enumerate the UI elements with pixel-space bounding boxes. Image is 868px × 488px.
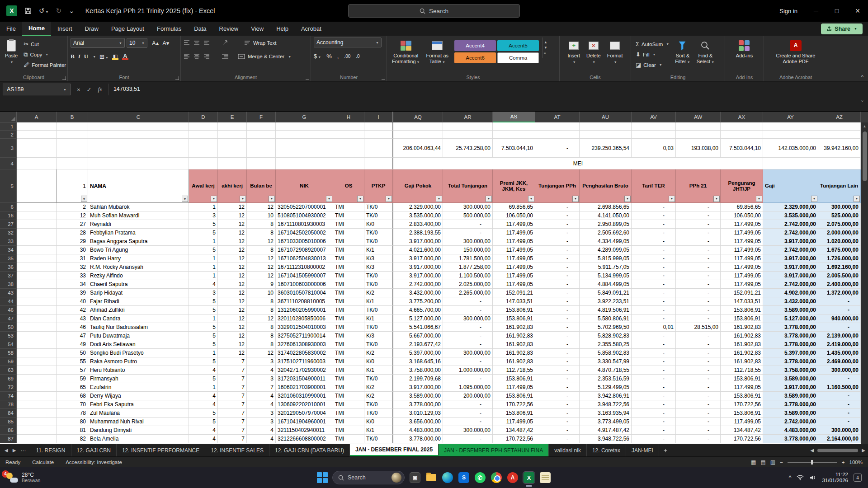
cell-value[interactable]: 153.806,91	[493, 375, 535, 383]
cell-value[interactable]: 1.372.000,00	[818, 289, 861, 297]
cell-nik[interactable]: 5108051004930002	[276, 211, 333, 220]
header-ay[interactable]: Gaji▼	[763, 169, 818, 203]
undo-button[interactable]: ↺▼	[39, 7, 49, 15]
cell-nama[interactable]: Putu Duwatmaja	[88, 332, 189, 340]
taskbar-search[interactable]: Search	[332, 471, 405, 484]
cell[interactable]: 5	[189, 246, 218, 254]
cell-value[interactable]: 1.877.258,00	[443, 263, 493, 272]
cell[interactable]: 4	[189, 400, 218, 409]
cell-b[interactable]: 50	[57, 349, 88, 357]
filter-dropdown-icon[interactable]: ▼	[572, 196, 579, 202]
row-header-50[interactable]: 50	[0, 323, 17, 332]
cell-nik[interactable]: 3329012504010003	[276, 323, 333, 332]
cell-ptkp[interactable]: TK/0	[364, 375, 393, 383]
cell-ptkp[interactable]: K/3	[364, 254, 393, 263]
cell-value[interactable]: 1.000.000,00	[443, 366, 493, 375]
cell-value[interactable]: -	[535, 246, 580, 254]
row-header-1[interactable]: 1	[0, 122, 17, 131]
cell[interactable]	[17, 409, 57, 418]
cell[interactable]	[333, 122, 364, 131]
cell[interactable]: 7	[218, 366, 247, 375]
status-accessibility[interactable]: Accessibility: Investigate	[66, 460, 122, 465]
cell-value[interactable]: -	[818, 306, 861, 314]
cell[interactable]	[17, 426, 57, 435]
cell-ptkp[interactable]: TK/0	[364, 237, 393, 246]
cell-value[interactable]: -	[535, 400, 580, 409]
col-header-AS[interactable]: AS	[493, 112, 535, 122]
cell-value[interactable]: -	[676, 340, 721, 349]
cell-nama[interactable]: Derry Wijaya	[88, 392, 189, 400]
cell-ptkp[interactable]: K/1	[364, 297, 393, 306]
cell-value[interactable]: -	[632, 263, 676, 272]
cell-value[interactable]: 2.400.000,00	[818, 280, 861, 289]
cell[interactable]	[493, 131, 535, 139]
cell[interactable]: 3	[247, 357, 276, 366]
cell-b[interactable]: 32	[57, 263, 88, 272]
cell[interactable]: 8	[247, 323, 276, 332]
vertical-scroll-thumb[interactable]	[863, 131, 867, 181]
cell-value[interactable]: 4.902.000,00	[763, 289, 818, 297]
close-button[interactable]: ✕	[847, 0, 868, 22]
sheet-tab-12-gaji-cbn[interactable]: 12. GAJI CBN	[71, 444, 117, 456]
cell-value[interactable]: -	[443, 323, 493, 332]
new-sheet-button[interactable]: +	[659, 444, 672, 456]
cell-nik[interactable]: 1312060205990001	[276, 306, 333, 314]
cell-value[interactable]: 2.265.000,00	[443, 289, 493, 297]
cell-value[interactable]: 3.010.129,03	[393, 409, 443, 418]
cell-value[interactable]: 3.778.000,00	[763, 340, 818, 349]
cell[interactable]	[276, 131, 333, 139]
cell-nama[interactable]: Raka Asmoro Putro	[88, 357, 189, 366]
cell[interactable]	[676, 122, 721, 131]
cell-value[interactable]: -	[535, 306, 580, 314]
row-header-37[interactable]: 37	[0, 272, 17, 280]
col-header-C[interactable]: C	[88, 112, 189, 122]
cell[interactable]	[17, 254, 57, 263]
cell-nik[interactable]: 3211150402940011	[276, 426, 333, 435]
cell[interactable]	[17, 131, 57, 139]
cell-value[interactable]: 1.726.000,00	[818, 254, 861, 263]
cell-nik[interactable]: 3212266608800002	[276, 435, 333, 443]
cell[interactable]	[88, 158, 189, 169]
cell-os[interactable]: TMI	[333, 314, 364, 323]
cell[interactable]	[763, 158, 818, 169]
cell-value[interactable]: 3.330.547,99	[580, 357, 632, 366]
cell-value[interactable]: -	[676, 349, 721, 357]
cell-value[interactable]: 3.917.000,00	[393, 254, 443, 263]
network-icon[interactable]	[797, 475, 804, 480]
cell-value[interactable]: -	[676, 332, 721, 340]
cell[interactable]	[580, 131, 632, 139]
cell[interactable]: 3	[189, 289, 218, 297]
whatsapp-icon[interactable]: ✆	[474, 472, 486, 483]
name-box[interactable]: AS159▼	[3, 84, 71, 95]
cell-nik[interactable]: 3205052207000001	[276, 203, 333, 211]
row-header-54[interactable]: 54	[0, 340, 17, 349]
col-header-AY[interactable]: AY	[763, 112, 818, 122]
cell-value[interactable]: 300.000,00	[818, 203, 861, 211]
cell-value[interactable]: -	[443, 340, 493, 349]
header-f[interactable]: Bulan be▼	[247, 169, 276, 203]
row-header-35[interactable]: 35	[0, 254, 17, 263]
cell-value[interactable]: 161.902,83	[721, 340, 763, 349]
cell-value[interactable]: -	[632, 375, 676, 383]
cell[interactable]	[17, 203, 57, 211]
cell[interactable]	[364, 139, 393, 158]
file-explorer-icon[interactable]	[425, 472, 437, 483]
cell-value[interactable]: 3.778.000,00	[763, 323, 818, 332]
font-size-combo[interactable]: 10▼	[127, 38, 147, 48]
cell[interactable]	[333, 158, 364, 169]
cell-value[interactable]: 161.902,83	[493, 340, 535, 349]
cell-value[interactable]: 3.535.000,00	[393, 211, 443, 220]
cell-value[interactable]: 3.589.000,00	[763, 375, 818, 383]
font-color-button[interactable]: A	[122, 53, 128, 60]
month-label-cell[interactable]: MEI	[393, 158, 763, 169]
cell[interactable]: 7	[218, 357, 247, 366]
cell-os[interactable]: TMI	[333, 280, 364, 289]
status-calculate[interactable]: Calculate	[32, 460, 54, 465]
align-center-icon[interactable]	[193, 54, 200, 59]
cell[interactable]	[17, 297, 57, 306]
cell[interactable]	[88, 139, 189, 158]
chrome-icon[interactable]	[491, 472, 502, 483]
sheet-tab-validasi-nik[interactable]: validasi nik	[549, 444, 587, 456]
cell-value[interactable]: 5.541.066,67	[393, 323, 443, 332]
cell-value[interactable]: 940.000,00	[818, 314, 861, 323]
